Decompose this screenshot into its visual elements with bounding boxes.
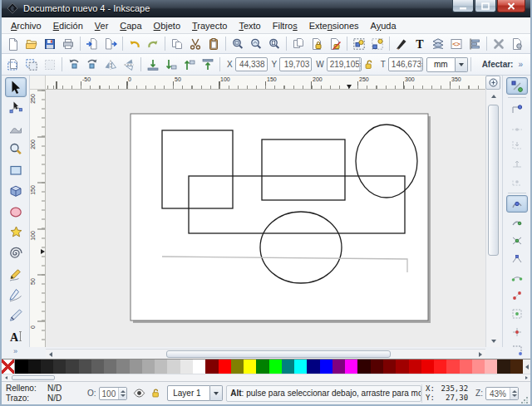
swatch-4d4d4d[interactable]	[79, 360, 91, 374]
swatch-3d3d3d[interactable]	[66, 360, 78, 374]
sticky-zoom-button[interactable]	[485, 76, 500, 90]
width-input[interactable]: 219,105	[327, 57, 362, 71]
unit-dropdown-arrow-icon[interactable]	[456, 57, 468, 72]
opacity-input[interactable]: 100	[99, 387, 128, 400]
swatch-000080[interactable]	[307, 360, 319, 374]
menu-edición[interactable]: Edición	[47, 17, 89, 34]
menu-filtros[interactable]: Filtros	[267, 17, 303, 34]
swatch-ffff00[interactable]	[244, 360, 256, 374]
create-clone-button[interactable]	[308, 35, 326, 52]
unit-select[interactable]: mm	[426, 57, 468, 72]
tool-pencil[interactable]	[5, 264, 27, 284]
tool-calligraphy[interactable]	[5, 306, 27, 325]
toolbar-overflow-chevron[interactable]: »	[518, 60, 523, 69]
swatch-ff6868[interactable]	[460, 360, 472, 374]
vertical-scrollbar-thumb[interactable]	[488, 105, 499, 256]
scroll-down-arrow[interactable]	[488, 335, 499, 346]
snap-nodes-button[interactable]	[506, 195, 528, 213]
tool-box-3d[interactable]	[5, 181, 27, 201]
menu-texto[interactable]: Texto	[233, 17, 266, 34]
palette-scrollbar-thumb[interactable]	[12, 375, 55, 380]
zoom-input[interactable]: 43%	[485, 387, 519, 400]
swatch-550000[interactable]	[371, 360, 383, 374]
close-button[interactable]	[497, 0, 525, 12]
swatch-ff00ff[interactable]	[345, 360, 357, 374]
horizontal-scrollbar-thumb[interactable]	[166, 350, 391, 358]
palette-scroll-left-arrow[interactable]	[2, 374, 10, 381]
menu-objeto[interactable]: Objeto	[148, 17, 186, 34]
tool-node-editor[interactable]	[5, 98, 27, 118]
open-document-button[interactable]	[22, 35, 41, 52]
swatch-46240b[interactable]	[510, 360, 523, 374]
paste-button[interactable]	[204, 35, 223, 52]
swatch-0000ff[interactable]	[320, 360, 332, 374]
snap-midpoints-button[interactable]	[506, 286, 528, 304]
lower-to-bottom-button[interactable]	[144, 56, 162, 73]
rotate-cw-button[interactable]	[83, 56, 101, 73]
select-all-button[interactable]	[4, 56, 22, 73]
swatch-000000[interactable]	[15, 360, 27, 374]
scroll-right-arrow[interactable]	[475, 350, 485, 359]
tool-rectangle[interactable]	[5, 160, 27, 180]
menu-archivo[interactable]: Archivo	[5, 17, 47, 34]
tool-text[interactable]: A	[5, 326, 27, 346]
h-ruler[interactable]: -50050100150200250300350	[46, 76, 485, 90]
snap-bounding-box-button[interactable]	[506, 100, 528, 117]
swatch-7b0000[interactable]	[383, 360, 396, 374]
swatch-d3d3d3[interactable]	[167, 360, 180, 374]
palette-scroll-right-arrow[interactable]	[522, 374, 530, 381]
window-resize-grip[interactable]	[520, 396, 529, 404]
swatch-969696[interactable]	[130, 360, 142, 374]
lock-ratio-button[interactable]	[362, 56, 377, 73]
x-input[interactable]: 44,338	[235, 57, 268, 71]
swatch-ff4242[interactable]	[446, 360, 459, 374]
snap-bbox-corners-button[interactable]	[506, 136, 528, 154]
swatch-none[interactable]	[2, 360, 15, 374]
title-bar[interactable]: Documento nuevo 4 - Inkscape	[2, 0, 530, 17]
new-document-button[interactable]	[4, 35, 22, 52]
swatch-008080[interactable]	[282, 360, 294, 374]
swatch-eb0000[interactable]	[421, 360, 434, 374]
deselect-button[interactable]	[41, 56, 59, 73]
minimize-button[interactable]	[452, 0, 474, 12]
raise-button[interactable]	[180, 56, 199, 73]
canvas[interactable]	[46, 90, 485, 347]
duplicate-button[interactable]	[289, 35, 308, 52]
maximize-button[interactable]	[475, 0, 496, 12]
menu-extensiones[interactable]: Extensiones	[303, 17, 365, 34]
swatch-111111[interactable]	[28, 360, 41, 374]
export-button[interactable]	[101, 35, 120, 52]
zoom-to-drawing-button[interactable]	[247, 35, 265, 52]
xml-editor-button[interactable]: <>	[447, 35, 466, 52]
layer-visibility-button[interactable]	[131, 385, 147, 402]
swatch-707070[interactable]	[104, 360, 116, 374]
swatch-ffffff[interactable]	[193, 360, 205, 374]
snap-bbox-edge-midpoints-button[interactable]	[506, 154, 528, 172]
swatch-800080[interactable]	[332, 360, 345, 374]
snap-master-toggle-button[interactable]	[506, 77, 528, 95]
swatch-5e5e5e[interactable]	[91, 360, 104, 374]
group-button[interactable]	[350, 35, 368, 52]
height-input[interactable]: 146,673	[388, 57, 423, 71]
zoom-to-page-button[interactable]	[265, 35, 283, 52]
horizontal-scrollbar[interactable]	[46, 349, 485, 359]
swatch-2e2e2e[interactable]	[53, 360, 66, 374]
swatch-a00000[interactable]	[396, 360, 408, 374]
zoom-to-selection-button[interactable]	[229, 35, 247, 52]
swatch-00ff00[interactable]	[269, 360, 282, 374]
menu-ayuda[interactable]: Ayuda	[365, 17, 402, 34]
snap-smooth-nodes-button[interactable]	[506, 268, 528, 286]
menu-trayecto[interactable]: Trayecto	[186, 17, 233, 34]
zoom-spinner[interactable]	[510, 388, 518, 399]
swatch-008000[interactable]	[256, 360, 268, 374]
menu-capa[interactable]: Capa	[114, 17, 147, 34]
cut-button[interactable]	[186, 35, 204, 52]
swatch-ff1c1c[interactable]	[434, 360, 446, 374]
document-properties-button[interactable]	[508, 35, 526, 52]
swatch-aaaaaa[interactable]	[142, 360, 155, 374]
snap-path-intersections-button[interactable]	[506, 232, 528, 249]
opacity-spinner[interactable]	[118, 388, 126, 399]
swatch-ffb3b3[interactable]	[485, 360, 497, 374]
undo-button[interactable]	[126, 35, 144, 52]
swatch-838383[interactable]	[116, 360, 129, 374]
